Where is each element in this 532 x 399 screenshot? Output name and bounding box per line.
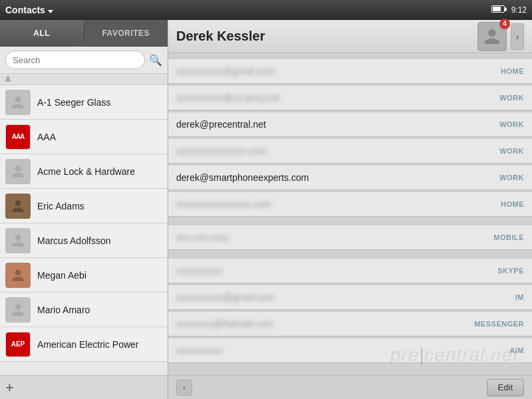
sidebar: ALL FAVORITES 🔍 A A-1 Seeger Gla — [0, 20, 168, 399]
contact-name: Mario Amaro — [37, 305, 90, 315]
main-layout: ALL FAVORITES 🔍 A A-1 Seeger Gla — [0, 20, 532, 399]
section-gap — [168, 218, 532, 225]
avatar — [5, 228, 31, 253]
detail-header-right: 4 › — [477, 22, 524, 51]
contact-item[interactable]: Megan Aebi — [0, 258, 168, 293]
contact-item[interactable]: Eric Adams — [0, 189, 168, 223]
detail-panel: Derek Kessler 4 › xxxxxxxxxx@gmail.com H… — [168, 20, 532, 399]
tab-all[interactable]: ALL — [0, 20, 84, 46]
detail-content: xxxxxxxxxx@gmail.com HOME xxxxxxxxxx@us.… — [168, 53, 532, 375]
detail-field-row: derek@smartphoneexperts.com WORK — [168, 165, 532, 190]
top-bar: Contacts 9:12 — [0, 0, 532, 20]
section-header-a: A — [0, 74, 168, 85]
section-gap — [168, 251, 532, 258]
contact-item[interactable]: AEP American Electric Power — [0, 327, 168, 362]
detail-field-row: xxxxxxxxxx@us.army.mil WORK — [168, 85, 532, 110]
scroll-up-button[interactable]: ‹ — [176, 380, 192, 396]
contact-name: A-1 Seeger Glass — [37, 97, 111, 108]
avatar: AEP — [5, 332, 31, 357]
detail-header: Derek Kessler 4 › — [168, 20, 532, 53]
contact-list: A-1 Seeger Glass AAA AAA Acme Lock & Har… — [0, 85, 168, 375]
field-value: xxxxxxxxxx@gmail.com — [176, 292, 471, 303]
detail-field-row: xxx-xxx-xxxx MOBILE — [168, 225, 532, 250]
field-label: WORK — [471, 147, 524, 155]
search-icon[interactable]: 🔍 — [149, 54, 162, 66]
field-value: xxx-xxx-xxxx — [176, 232, 471, 243]
field-label: MESSENGER — [471, 320, 524, 328]
search-input[interactable] — [5, 51, 145, 69]
detail-field-row: xxxxxxxxxx@gmail.com IM — [168, 285, 532, 310]
avatar — [5, 263, 31, 288]
sidebar-bottom: + — [0, 375, 168, 399]
detail-field-row: xxxxxxxxxx SKYPE — [168, 258, 532, 283]
photo-count-badge: 4 — [499, 19, 510, 29]
contact-name: Acme Lock & Hardware — [37, 166, 135, 177]
add-contact-button[interactable]: + — [5, 380, 14, 395]
field-value: xxxxxxxxxx@us.army.mil — [176, 92, 471, 103]
field-label: WORK — [471, 174, 524, 182]
field-label: WORK — [471, 94, 524, 102]
top-bar-left: Contacts — [5, 5, 53, 15]
avatar — [5, 194, 31, 219]
field-value: xxxxxxxxxx@gmail.com — [176, 66, 471, 76]
contact-photo-thumbnail[interactable]: 4 — [477, 22, 507, 51]
avatar — [5, 297, 31, 323]
contact-item[interactable]: AAA AAA — [0, 120, 168, 154]
field-value: derek@smartphoneexperts.com — [176, 172, 471, 183]
detail-field-row: xxxxxxxxxxxxxxx.com WORK — [168, 138, 532, 164]
top-bar-right: 9:12 — [491, 5, 527, 15]
detail-field-row: xxxxxxxxxxxxxxxx.com HOME — [168, 192, 532, 217]
field-value: xxxxxxxxxx — [176, 345, 471, 356]
contact-item[interactable]: Marcus Adolfsson — [0, 223, 168, 258]
contact-name: Megan Aebi — [37, 270, 86, 281]
aaa-logo: AAA — [6, 124, 30, 150]
avatar — [5, 90, 31, 115]
avatar — [5, 159, 31, 184]
contact-name: American Electric Power — [37, 339, 139, 350]
contact-item[interactable]: Mario Amaro — [0, 293, 168, 327]
field-value: xxxxxxxxxxxxxxx.com — [176, 146, 471, 156]
detail-field-row: xxxxxxxx@hotmail.com MESSENGER — [168, 311, 532, 336]
tab-bar: ALL FAVORITES — [0, 20, 168, 47]
detail-bottom-bar: ‹ Edit — [168, 375, 532, 399]
time-display: 9:12 — [511, 5, 527, 15]
battery-icon — [491, 5, 506, 15]
search-bar: 🔍 — [0, 47, 168, 74]
next-contact-button[interactable]: › — [511, 23, 524, 50]
app-menu-chevron[interactable] — [48, 5, 53, 15]
field-label: WORK — [471, 120, 524, 128]
tab-favorites[interactable]: FAVORITES — [84, 20, 168, 46]
field-label: HOME — [471, 67, 524, 75]
contact-name: Marcus Adolfsson — [37, 235, 111, 246]
field-label: HOME — [471, 200, 524, 208]
aep-logo: AEP — [6, 332, 30, 357]
detail-field-row: xxxxxxxxxx AIM — [168, 338, 532, 363]
field-label: MOBILE — [471, 233, 524, 241]
contact-name: AAA — [37, 132, 56, 142]
detail-field-row: derek@precentral.net WORK — [168, 112, 532, 137]
avatar: AAA — [5, 124, 31, 150]
field-value: derek@precentral.net — [176, 119, 471, 130]
field-label: AIM — [471, 346, 524, 354]
contact-name: Eric Adams — [37, 201, 84, 211]
contact-item[interactable]: A-1 Seeger Glass — [0, 85, 168, 120]
field-value: xxxxxxxxxx — [176, 265, 471, 276]
field-label: IM — [471, 293, 524, 301]
contact-detail-name: Derek Kessler — [176, 29, 265, 44]
contact-item[interactable]: Acme Lock & Hardware — [0, 154, 168, 189]
field-value: xxxxxxxxxxxxxxxx.com — [176, 199, 471, 209]
detail-field-row: xxxxxxxxxx@gmail.com HOME — [168, 59, 532, 84]
field-value: xxxxxxxx@hotmail.com — [176, 319, 471, 329]
edit-button[interactable]: Edit — [487, 379, 524, 396]
field-label: SKYPE — [471, 267, 524, 275]
app-title[interactable]: Contacts — [5, 5, 45, 15]
